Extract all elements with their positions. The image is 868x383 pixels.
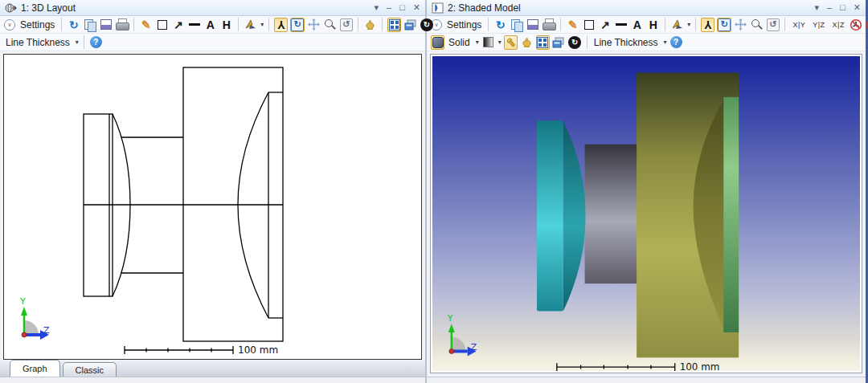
toolbar-separator (358, 18, 358, 31)
animation-clock-icon[interactable]: ↻ (568, 35, 582, 50)
toolbar-separator (488, 18, 489, 31)
undo-view-icon[interactable]: ↺ (339, 18, 353, 32)
orbit-icon[interactable]: ↻ (717, 18, 731, 32)
plane-yz-button[interactable]: Y|Z (810, 21, 827, 29)
shaded-viewport-frame: Y Z 100 mm (430, 54, 862, 373)
no-spin-icon[interactable] (850, 18, 863, 32)
orbit-icon[interactable]: ↻ (290, 18, 305, 32)
axis-y-label: Y (19, 296, 26, 307)
toolbar-separator (61, 18, 62, 31)
scale-bar (125, 346, 233, 354)
zoom-icon[interactable] (323, 18, 337, 32)
text-tool-icon[interactable]: A (203, 18, 217, 32)
window-menu-button[interactable]: ▾ (374, 3, 379, 12)
settings-label: Settings (18, 19, 56, 31)
copy-icon[interactable] (510, 18, 523, 32)
chevron-down-icon: ▾ (476, 39, 479, 46)
scale-bar (557, 363, 675, 371)
minimize-button[interactable]: – (827, 3, 832, 12)
view-orientation-icon[interactable] (670, 18, 684, 32)
lens1-edge-shape (563, 120, 586, 311)
arrow-tool-icon[interactable]: ↗ (598, 18, 612, 32)
shaded-viewport[interactable]: Y Z 100 mm (432, 56, 860, 371)
line-thickness-dropdown[interactable]: Line Thickness ▾ (592, 37, 667, 48)
toolbar-separator (238, 18, 239, 31)
toolbar-shaded-row2: Solid ▾ ▾ (427, 34, 866, 51)
maximize-button[interactable]: □ (840, 3, 845, 12)
titlebar-3d-layout[interactable]: 1: 3D Layout ▾ – □ ✕ (0, 0, 425, 16)
solid-dropdown[interactable]: Solid ▾ (447, 37, 479, 48)
rectangle-tool-icon[interactable] (582, 18, 596, 32)
view-orientation-caret-icon[interactable]: ▾ (687, 21, 690, 28)
toolbar-separator (587, 35, 588, 49)
fit-window-icon[interactable] (387, 18, 401, 32)
window-footer (0, 377, 425, 383)
dimension-tool-icon[interactable]: H (646, 18, 660, 32)
shaded-model-drawing: Y Z 100 mm (432, 56, 860, 371)
save-icon[interactable] (99, 18, 113, 32)
lens2-rear-surface-shape (723, 97, 739, 332)
shaded-canvas-area: Y Z 100 mm (427, 51, 866, 377)
axis-triad: Y Z (447, 313, 477, 356)
settings-button[interactable]: ∨ Settings (4, 19, 56, 31)
layout-viewport[interactable]: 100 mm Y Z (3, 54, 422, 360)
maximize-button[interactable]: □ (399, 3, 405, 12)
shaded-model-window-icon (432, 2, 444, 14)
pencil-tool-icon[interactable]: ✎ (566, 18, 579, 32)
minimize-button[interactable]: – (387, 3, 391, 12)
background-gradient-icon[interactable] (481, 35, 495, 50)
dimension-tool-icon[interactable]: H (219, 18, 233, 32)
window-footer (427, 377, 866, 383)
line-thickness-dropdown[interactable]: Line Thickness ▾ (4, 37, 79, 48)
flashlight-icon[interactable] (504, 35, 518, 50)
rotate-mode-icon[interactable]: Y (701, 18, 714, 32)
text-tool-icon[interactable]: A (630, 18, 644, 32)
refresh-icon[interactable]: ↻ (493, 18, 507, 32)
settings-button[interactable]: ∨ Settings (431, 19, 483, 31)
toolbar-separator (695, 18, 696, 31)
undo-view-icon[interactable]: ↺ (766, 18, 780, 32)
toolbar-separator (560, 18, 561, 31)
line-tool-icon[interactable] (187, 18, 201, 32)
background-gradient-caret-icon[interactable]: ▾ (498, 39, 502, 46)
toolbar-separator (665, 18, 665, 31)
window-title: 2: Shaded Model (448, 2, 814, 14)
print-icon[interactable] (542, 18, 555, 32)
rectangle-tool-icon[interactable] (155, 18, 169, 32)
fit-window-icon[interactable] (536, 35, 550, 50)
arrow-tool-icon[interactable]: ↗ (171, 18, 185, 32)
pencil-tool-icon[interactable]: ✎ (139, 18, 153, 32)
help-icon[interactable]: ? (89, 35, 103, 50)
close-button[interactable]: ✕ (413, 3, 420, 12)
refresh-icon[interactable]: ↻ (67, 18, 80, 32)
toolbar-shaded-row1: ∨ Settings ↻ ✎ ↗ A H ▾ Y (427, 16, 866, 34)
pan-icon[interactable] (734, 18, 747, 32)
print-icon[interactable] (115, 18, 129, 32)
plane-xz-button[interactable]: X|Z (830, 21, 847, 29)
tab-graph[interactable]: Graph (10, 360, 60, 377)
titlebar-shaded-model[interactable]: 2: Shaded Model ▾ – □ ✕ (427, 0, 866, 16)
spacer-cylinder-shape (585, 145, 641, 283)
solid-render-icon[interactable] (431, 35, 444, 50)
axis-y-label: Y (447, 313, 453, 324)
save-icon[interactable] (526, 18, 539, 32)
animation-clock-icon[interactable]: ↻ (420, 18, 433, 32)
opticstudio-workspace: 1: 3D Layout ▾ – □ ✕ ∨ Settings ↻ ✎ ↗ A (0, 0, 868, 383)
copy-icon[interactable] (83, 18, 96, 32)
line-tool-icon[interactable] (614, 18, 628, 32)
stack-windows-icon[interactable] (552, 35, 566, 50)
rotate-mode-icon[interactable]: Y (274, 18, 288, 32)
view-orientation-icon[interactable] (244, 18, 257, 32)
plane-xy-button[interactable]: X|Y (790, 21, 808, 29)
help-icon[interactable]: ? (669, 35, 683, 50)
zoom-icon[interactable] (750, 18, 764, 32)
pan-icon[interactable] (307, 18, 321, 32)
window-menu-button[interactable]: ▾ (814, 3, 819, 12)
lamp-icon[interactable] (363, 18, 377, 32)
lamp-icon[interactable] (520, 35, 534, 50)
tab-classic[interactable]: Classic (63, 362, 117, 377)
toolbar-separator (133, 18, 134, 31)
close-button[interactable]: ✕ (854, 3, 861, 12)
stack-windows-icon[interactable] (403, 18, 417, 32)
view-orientation-caret-icon[interactable]: ▾ (260, 21, 264, 28)
